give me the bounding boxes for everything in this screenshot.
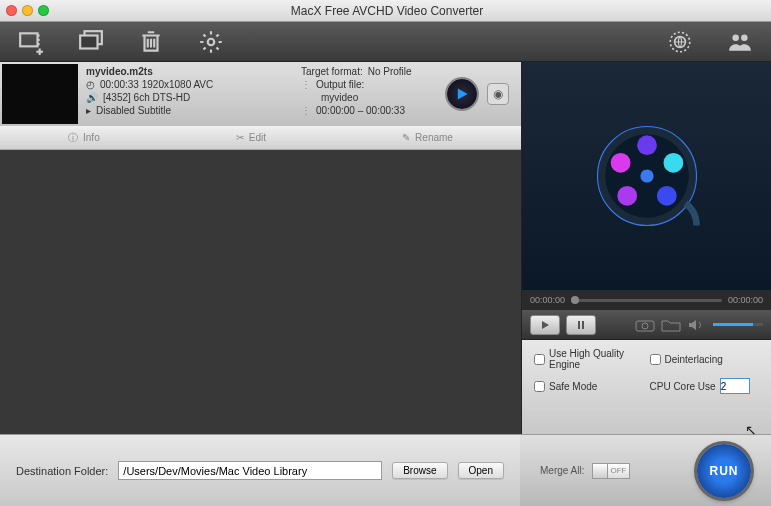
file-row[interactable]: myvideo.m2ts ◴00:00:33 1920x1080 AVC 🔊[4… xyxy=(0,62,521,126)
file-thumbnail xyxy=(2,64,78,124)
svg-rect-22 xyxy=(582,321,584,329)
people-icon[interactable] xyxy=(727,29,753,55)
main-toolbar xyxy=(0,22,771,62)
svg-rect-21 xyxy=(578,321,580,329)
gallery-icon[interactable] xyxy=(78,29,104,55)
file-list-empty-area xyxy=(0,150,521,434)
time-track[interactable]: 00:00:00 00:00:00 xyxy=(522,290,771,310)
film-reel-icon xyxy=(592,121,702,231)
svg-point-18 xyxy=(617,186,637,206)
rename-icon: ✎ xyxy=(402,132,410,143)
open-button[interactable]: Open xyxy=(458,462,504,479)
transport-controls xyxy=(522,310,771,340)
destination-bar: Destination Folder: Browse Open xyxy=(0,434,520,506)
window-title: MacX Free AVCHD Video Converter xyxy=(9,4,765,18)
svg-point-20 xyxy=(640,169,653,182)
file-action-bar: ⓘInfo ✂Edit ✎Rename xyxy=(0,126,521,150)
volume-icon[interactable] xyxy=(687,318,707,332)
merge-label: Merge All: xyxy=(540,465,584,476)
svg-rect-0 xyxy=(20,33,37,46)
svg-rect-3 xyxy=(38,43,40,45)
window-titlebar: MacX Free AVCHD Video Converter xyxy=(0,0,771,22)
globe-icon[interactable] xyxy=(667,29,693,55)
destination-input[interactable] xyxy=(118,461,382,480)
speaker-icon: 🔊 xyxy=(86,92,98,103)
svg-point-17 xyxy=(656,186,676,206)
clock-icon: ◴ xyxy=(86,79,95,90)
safe-mode-checkbox[interactable] xyxy=(534,381,545,392)
svg-point-12 xyxy=(741,34,748,41)
deinterlacing-checkbox[interactable] xyxy=(650,354,661,365)
play-button[interactable] xyxy=(530,315,560,335)
options-panel: Use High Quality Engine Deinterlacing Sa… xyxy=(522,340,771,434)
add-video-icon[interactable] xyxy=(18,29,44,55)
run-button[interactable]: RUN xyxy=(697,444,751,498)
time-total: 00:00:00 xyxy=(728,295,763,305)
camera-icon[interactable] xyxy=(635,318,655,332)
svg-point-15 xyxy=(637,135,657,155)
browse-button[interactable]: Browse xyxy=(392,462,447,479)
info-icon: ⓘ xyxy=(68,131,78,145)
folder-icon[interactable] xyxy=(661,318,681,332)
file-name: myvideo.m2ts xyxy=(86,66,289,77)
destination-label: Destination Folder: xyxy=(16,465,108,477)
cpu-core-select[interactable] xyxy=(720,378,750,394)
volume-slider[interactable] xyxy=(713,323,763,326)
cursor-icon: ↖ xyxy=(745,422,757,438)
preview-play-button[interactable] xyxy=(447,79,477,109)
svg-rect-2 xyxy=(38,38,40,40)
hq-engine-checkbox[interactable] xyxy=(534,354,545,365)
svg-point-16 xyxy=(663,153,683,173)
settings-icon[interactable] xyxy=(198,29,224,55)
time-current: 00:00:00 xyxy=(530,295,565,305)
file-list-panel: myvideo.m2ts ◴00:00:33 1920x1080 AVC 🔊[4… xyxy=(0,62,521,434)
svg-rect-7 xyxy=(80,35,97,48)
rename-action[interactable]: ✎Rename xyxy=(402,132,453,143)
run-bar: Merge All: OFF RUN xyxy=(520,434,771,506)
preview-panel: 00:00:00 00:00:00 Use High Quality Engin… xyxy=(521,62,771,434)
pause-button[interactable] xyxy=(566,315,596,335)
subtitle-icon: ▸ xyxy=(86,105,91,116)
snapshot-icon[interactable]: ◉ xyxy=(487,83,509,105)
info-action[interactable]: ⓘInfo xyxy=(68,131,100,145)
svg-point-11 xyxy=(732,34,739,41)
svg-point-19 xyxy=(610,153,630,173)
svg-point-8 xyxy=(208,38,215,45)
scissors-icon: ✂ xyxy=(236,132,244,143)
preview-viewport xyxy=(522,62,771,290)
merge-toggle[interactable]: OFF xyxy=(592,463,630,479)
edit-action[interactable]: ✂Edit xyxy=(236,132,266,143)
svg-point-24 xyxy=(642,323,648,329)
svg-rect-1 xyxy=(38,34,40,36)
delete-icon[interactable] xyxy=(138,29,164,55)
